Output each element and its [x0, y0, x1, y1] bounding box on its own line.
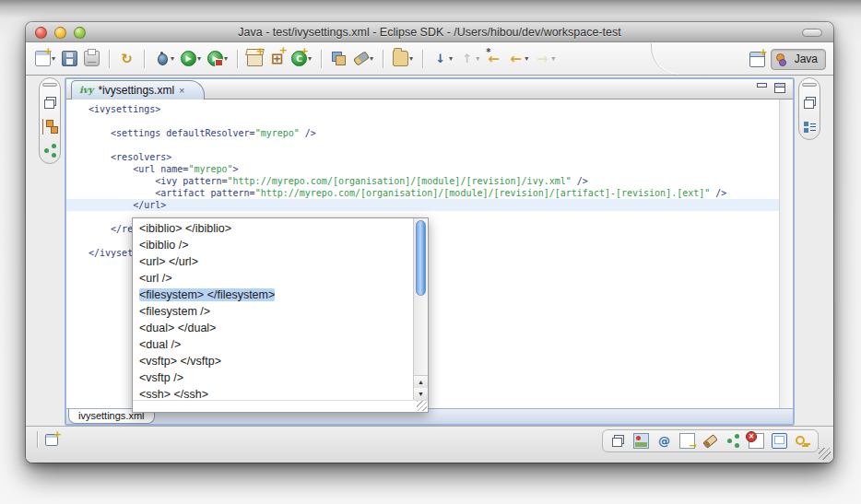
- open-perspective-icon[interactable]: [749, 52, 765, 67]
- code-line[interactable]: <ivy pattern="http://myrepo.com/[organis…: [88, 175, 779, 187]
- fastbar-drag-handle[interactable]: [42, 83, 57, 87]
- tab-close-icon[interactable]: ×: [179, 86, 184, 96]
- dropdown-arrow-icon[interactable]: ▾: [476, 55, 479, 63]
- code-line[interactable]: <resolvers>: [88, 151, 779, 163]
- open-resource-button[interactable]: ▾: [391, 49, 415, 68]
- build-all-button[interactable]: ↻: [117, 49, 136, 68]
- restore-tray-icon[interactable]: [610, 433, 626, 449]
- search-icon: [353, 51, 369, 66]
- restore-views-icon[interactable]: [802, 95, 818, 111]
- popup-resize-grip[interactable]: [417, 401, 427, 411]
- dropdown-arrow-icon[interactable]: ▾: [197, 55, 201, 63]
- completion-item[interactable]: <dual />: [133, 336, 413, 353]
- code-token: </url>: [88, 200, 166, 210]
- new-java-project-button[interactable]: [245, 49, 265, 68]
- code-token: />: [572, 176, 588, 186]
- open-type-button[interactable]: [329, 49, 348, 68]
- editor-tab-ivysettings[interactable]: ivy *ivysettings.xml ×: [71, 80, 205, 100]
- code-token: />: [710, 188, 726, 198]
- code-token: >: [233, 164, 239, 174]
- left-fastview-bar: [39, 77, 61, 164]
- dropdown-arrow-icon[interactable]: ▾: [370, 55, 373, 63]
- mentions-icon[interactable]: @: [656, 433, 672, 449]
- dropdown-arrow-icon[interactable]: ▾: [224, 55, 228, 63]
- completion-item[interactable]: <vsftp />: [133, 369, 413, 386]
- dropdown-arrow-icon[interactable]: ▾: [449, 55, 453, 63]
- previous-annotation-button[interactable]: ↑▾: [457, 49, 481, 68]
- scroll-up-icon[interactable]: ▲: [414, 376, 428, 388]
- print-button[interactable]: [82, 49, 101, 68]
- brush-icon[interactable]: [702, 433, 718, 449]
- code-token: <resolvers>: [88, 152, 171, 162]
- new-class-button[interactable]: C▾: [289, 49, 313, 68]
- code-token: <settings defaultResolver=: [88, 128, 255, 138]
- popup-scrollbar[interactable]: ▲ ▼: [413, 218, 428, 400]
- current-line[interactable]: </url>: [66, 199, 779, 211]
- window-resize-grip[interactable]: [819, 448, 831, 460]
- minimize-view-icon[interactable]: [756, 83, 767, 92]
- scroll-down-icon[interactable]: ▼: [414, 388, 428, 400]
- next-annotation-button[interactable]: ↓▾: [430, 49, 454, 68]
- forward-button[interactable]: →▾: [533, 49, 557, 68]
- java-perspective-label: Java: [795, 53, 818, 65]
- code-line[interactable]: [88, 115, 779, 127]
- toolbar-separator: [383, 50, 383, 68]
- shared-objects-icon[interactable]: [725, 433, 741, 449]
- back-icon: ←: [508, 51, 524, 66]
- titlebar[interactable]: Java - test/ivysettings.xml - Eclipse SD…: [26, 22, 833, 42]
- completion-item-selected[interactable]: <filesystem> </filesystem>: [133, 287, 413, 303]
- code-line[interactable]: <artifact pattern="http://myrepo.com/[or…: [88, 187, 779, 199]
- window-title: Java - test/ivysettings.xml - Eclipse SD…: [26, 26, 833, 39]
- save-button[interactable]: [60, 49, 79, 68]
- ivy-file-icon: ivy: [79, 86, 93, 95]
- new-package-button[interactable]: ⊞: [267, 49, 287, 68]
- dropdown-arrow-icon[interactable]: ▾: [171, 55, 174, 63]
- completion-item[interactable]: <ssh> </ssh>: [133, 386, 413, 400]
- type-hierarchy-icon[interactable]: [42, 119, 58, 135]
- status-tray: @: [602, 429, 819, 452]
- run-external-button[interactable]: ▶▾: [206, 49, 230, 68]
- toolbar-separator: [422, 50, 423, 68]
- key-icon[interactable]: [795, 433, 810, 449]
- code-line[interactable]: <ivysettings>: [88, 103, 779, 115]
- save-icon: [62, 51, 77, 66]
- console-icon[interactable]: [772, 433, 787, 449]
- completion-item[interactable]: <url> </url>: [133, 253, 413, 270]
- dropdown-arrow-icon[interactable]: ▾: [409, 55, 413, 63]
- popup-footer: [133, 400, 428, 412]
- toolbar-separator: [144, 50, 145, 68]
- restore-views-icon[interactable]: [42, 95, 58, 111]
- code-token: <artifact pattern=: [88, 188, 255, 198]
- last-edit-location-button[interactable]: ←: [484, 49, 503, 68]
- code-line[interactable]: <settings defaultResolver="myrepo" />: [88, 127, 779, 139]
- completion-item[interactable]: <vsftp> </vsftp>: [133, 353, 413, 369]
- completion-item[interactable]: <url />: [133, 270, 413, 287]
- code-line[interactable]: [88, 139, 779, 151]
- completion-list: <ibiblio> </ibiblio><ibiblio /><url> </u…: [133, 220, 413, 400]
- editor-scrollbar[interactable]: [779, 100, 793, 408]
- search-button[interactable]: ▾: [351, 49, 375, 68]
- dropdown-arrow-icon[interactable]: ▾: [551, 55, 555, 63]
- completion-item[interactable]: <dual> </dual>: [133, 320, 413, 336]
- fastbar-drag-handle[interactable]: [802, 83, 817, 87]
- completion-item[interactable]: <ibiblio> </ibiblio>: [133, 220, 413, 237]
- run-button[interactable]: ▶▾: [179, 49, 203, 68]
- debug-button[interactable]: ▾: [152, 49, 176, 68]
- outline-view-icon[interactable]: [802, 119, 818, 135]
- toolbar-toggle-button[interactable]: [802, 29, 822, 37]
- export-log-icon[interactable]: [679, 433, 695, 449]
- completion-item[interactable]: <filesystem />: [133, 303, 413, 320]
- new-wizard-button[interactable]: ▾: [33, 49, 57, 68]
- error-log-icon[interactable]: [749, 433, 764, 449]
- popup-scrollbar-thumb[interactable]: [416, 220, 426, 296]
- snapshot-icon[interactable]: [633, 433, 649, 449]
- debug-icon: [154, 51, 170, 66]
- dependencies-view-icon[interactable]: [42, 143, 58, 158]
- fastview-icon[interactable]: [45, 434, 58, 446]
- completion-item[interactable]: <ibiblio />: [133, 237, 413, 253]
- back-button[interactable]: ←▾: [506, 49, 530, 68]
- dropdown-arrow-icon[interactable]: ▾: [525, 55, 528, 63]
- code-line[interactable]: <url name="myrepo">: [88, 163, 779, 175]
- maximize-view-icon[interactable]: [774, 83, 785, 93]
- java-perspective-button[interactable]: J Java: [771, 49, 826, 70]
